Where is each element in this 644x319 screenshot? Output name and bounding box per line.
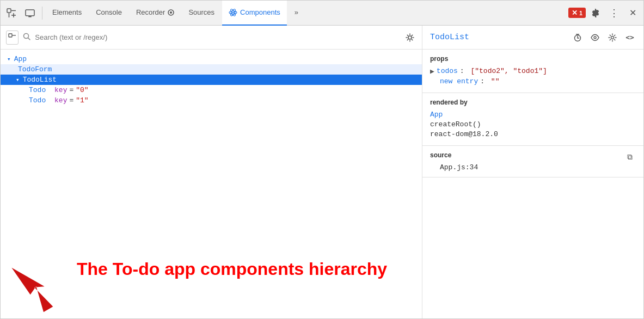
rendered-by-reactdom: react-dom@18.2.0 — [430, 130, 636, 138]
more-options-icon[interactable]: ⋮ — [605, 4, 623, 22]
tab-more[interactable]: » — [288, 1, 305, 26]
tree-item-todolist[interactable]: ▾ TodoList — [1, 75, 422, 85]
svg-rect-6 — [28, 16, 32, 17]
source-section: source ⧉ App.js:34 — [422, 146, 643, 177]
prop-todos-expand[interactable]: ▶ — [430, 67, 434, 76]
svg-rect-14 — [9, 34, 12, 37]
inspect-component-button[interactable] — [6, 30, 19, 45]
devtools-window: Elements Console Recorder Sources Compon — [0, 0, 644, 319]
view-source-icon[interactable]: <> — [624, 32, 636, 44]
tab-sources[interactable]: Sources — [182, 1, 221, 26]
todo0-key-attr: key — [54, 86, 67, 94]
selected-component-name: TodoList — [430, 33, 566, 42]
search-settings-icon[interactable] — [404, 30, 416, 45]
svg-point-25 — [594, 36, 596, 39]
svg-rect-0 — [7, 9, 11, 13]
eye-icon[interactable] — [589, 32, 601, 44]
tree-expand-app: ▾ — [7, 56, 11, 63]
svg-rect-5 — [26, 10, 34, 16]
tree-item-todoform[interactable]: TodoForm — [1, 64, 422, 75]
tab-console[interactable]: Console — [89, 1, 128, 26]
source-copy-icon[interactable]: ⧉ — [624, 151, 636, 163]
tab-divider — [42, 7, 42, 20]
tab-components[interactable]: Components — [222, 1, 287, 26]
prop-newentry-row: new entry : "" — [430, 77, 636, 85]
devtools-settings-icon[interactable] — [587, 4, 604, 22]
props-section: props ▶ todos : ["todo2", "todo1"] new e… — [422, 50, 643, 93]
tree-item-todo-0[interactable]: Todo key = "0" — [1, 85, 422, 95]
prop-todos-row: ▶ todos : ["todo2", "todo1"] — [430, 67, 636, 76]
component-tree: ▾ App TodoForm ▾ TodoList Todo key = — [1, 50, 422, 248]
prop-newentry-key: new entry — [440, 77, 478, 85]
search-bar — [1, 26, 422, 50]
rendered-by-createroot: createRoot() — [430, 120, 636, 128]
svg-point-18 — [408, 36, 412, 39]
tab-bar: Elements Console Recorder Sources Compon — [1, 1, 643, 26]
annotation-arrow — [11, 248, 77, 313]
search-input[interactable] — [35, 33, 400, 41]
tab-recorder[interactable]: Recorder — [130, 1, 181, 26]
source-title: source — [430, 151, 451, 159]
rendered-by-app[interactable]: App — [430, 111, 636, 119]
right-panel: TodoList — [422, 26, 643, 318]
todo1-key-attr: key — [54, 96, 67, 105]
source-file: App.js:34 — [430, 163, 636, 171]
svg-point-13 — [232, 11, 234, 13]
right-panel-header: TodoList — [422, 26, 643, 50]
rendered-by-title: rendered by — [430, 99, 636, 106]
tree-expand-todolist: ▾ — [16, 76, 20, 83]
todo0-key-val: "0" — [76, 86, 88, 94]
left-panel: ▾ App TodoForm ▾ TodoList Todo key = — [1, 26, 422, 318]
error-badge[interactable]: ✕ 1 — [568, 8, 586, 18]
inspect-element-icon[interactable] — [3, 4, 20, 22]
prop-todos-value: ["todo2", "todo1"] — [470, 67, 547, 75]
tree-item-todo-1[interactable]: Todo key = "1" — [1, 95, 422, 106]
timer-icon[interactable] — [572, 32, 584, 44]
device-mode-icon[interactable] — [21, 4, 39, 22]
tree-item-app[interactable]: ▾ App — [1, 54, 422, 64]
svg-marker-19 — [11, 258, 55, 313]
svg-line-17 — [28, 38, 30, 40]
component-settings-icon[interactable] — [606, 32, 618, 44]
annotation-text: The To-do app components hierarchy — [77, 259, 387, 279]
prop-newentry-value: "" — [491, 77, 500, 85]
annotation-area: The To-do app components hierarchy — [1, 248, 422, 318]
main-content: ▾ App TodoForm ▾ TodoList Todo key = — [1, 26, 643, 318]
tab-elements[interactable]: Elements — [46, 1, 88, 26]
svg-point-26 — [611, 36, 614, 39]
close-devtools-icon[interactable]: ✕ — [624, 4, 641, 22]
props-title: props — [430, 55, 636, 63]
search-icon — [23, 33, 30, 42]
rendered-by-section: rendered by App createRoot() react-dom@1… — [422, 93, 643, 146]
svg-point-9 — [170, 11, 172, 14]
todo1-key-val: "1" — [76, 96, 88, 105]
prop-todos-key: todos — [437, 67, 458, 75]
